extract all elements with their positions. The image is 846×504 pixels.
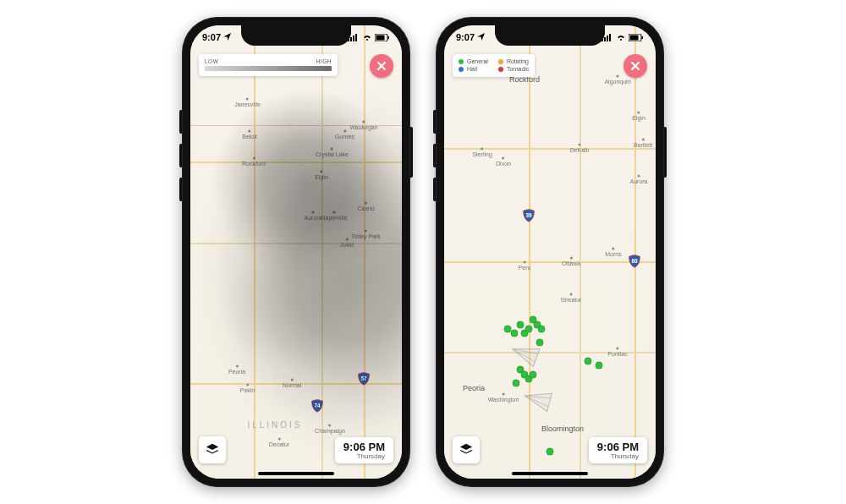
city-label: Rockford bbox=[242, 156, 266, 166]
storm-cell-marker[interactable] bbox=[538, 326, 546, 333]
city-label: Joliet bbox=[340, 238, 354, 248]
city-label: Aurora bbox=[629, 175, 647, 184]
wifi-icon bbox=[616, 34, 626, 41]
city-label: Peoria bbox=[228, 365, 245, 375]
legend-item: Tornadic bbox=[498, 66, 529, 72]
storm-track-cone bbox=[520, 385, 554, 414]
city-label: Streator bbox=[561, 293, 582, 302]
svg-rect-14 bbox=[630, 35, 639, 40]
svg-text:57: 57 bbox=[360, 375, 367, 381]
timestamp-card: 9:06 PM Thursday bbox=[335, 437, 393, 463]
status-time: 9:07 bbox=[202, 32, 221, 42]
city-label: DeKalb bbox=[570, 143, 590, 152]
city-label: Tinley Park bbox=[351, 229, 381, 238]
storm-cell-marker[interactable] bbox=[525, 326, 533, 333]
svg-rect-1 bbox=[350, 37, 352, 41]
storm-cell-marker[interactable] bbox=[510, 330, 518, 337]
svg-rect-5 bbox=[376, 35, 385, 40]
layers-button[interactable] bbox=[199, 436, 226, 463]
city-label: Bloomington bbox=[541, 425, 584, 433]
city-label: Pontiac bbox=[607, 347, 627, 356]
timestamp-card: 9:06 PM Thursday bbox=[589, 437, 647, 463]
legend-dot-icon bbox=[459, 67, 464, 72]
city-label: Gurnee bbox=[335, 129, 354, 139]
city-label: Janesville bbox=[234, 98, 261, 107]
location-arrow-icon bbox=[477, 32, 485, 42]
svg-rect-3 bbox=[355, 34, 357, 41]
city-label: Morris bbox=[605, 248, 621, 257]
storm-cell-marker[interactable] bbox=[585, 357, 592, 364]
city-label: Aurora bbox=[304, 211, 321, 221]
wifi-icon bbox=[362, 34, 372, 41]
map-background[interactable]: WaukeshaJanesvilleBeloitRockfordGurneeCr… bbox=[190, 25, 402, 479]
legend-item-label: Tornadic bbox=[507, 66, 529, 72]
home-indicator[interactable] bbox=[258, 472, 334, 475]
legend-dot-icon bbox=[498, 59, 503, 64]
layers-icon bbox=[459, 442, 474, 457]
city-label: Cicero bbox=[357, 202, 374, 211]
city-label: Ottawa bbox=[562, 256, 580, 266]
location-arrow-icon bbox=[223, 32, 231, 42]
close-button[interactable] bbox=[370, 54, 393, 78]
layers-button[interactable] bbox=[453, 436, 480, 463]
interstate-shield-icon: 39 bbox=[522, 209, 536, 222]
storm-type-legend: GeneralRotatingHailTornadic bbox=[453, 54, 535, 77]
battery-icon bbox=[629, 34, 644, 41]
close-icon bbox=[630, 61, 640, 71]
legend-item-label: General bbox=[467, 58, 488, 64]
storm-cell-marker[interactable] bbox=[547, 447, 554, 455]
city-label: Sterling bbox=[472, 148, 492, 157]
city-label: Pekin bbox=[240, 383, 255, 392]
state-label: ILLINOIS bbox=[247, 419, 302, 429]
svg-text:39: 39 bbox=[525, 213, 532, 219]
storm-cell-marker[interactable] bbox=[517, 320, 525, 328]
intensity-legend: LOW HIGH bbox=[199, 54, 338, 76]
city-label: Champaign bbox=[315, 425, 345, 434]
svg-rect-10 bbox=[604, 37, 606, 41]
layers-icon bbox=[205, 442, 220, 457]
city-label: Normal bbox=[283, 379, 302, 388]
screen-right: 9:07 RockfordAlgonquinElginBartlettDeKal… bbox=[444, 25, 656, 479]
svg-rect-15 bbox=[642, 36, 644, 39]
status-time: 9:07 bbox=[456, 32, 475, 42]
legend-item: General bbox=[459, 58, 488, 64]
screen-left: 9:07 WaukeshaJanesvilleBeloitRockfordGur… bbox=[190, 25, 402, 479]
city-label: Bartlett bbox=[634, 139, 652, 148]
timestamp-time: 9:06 PM bbox=[597, 441, 639, 453]
notch bbox=[495, 25, 605, 46]
city-label: Crystal Lake bbox=[316, 148, 349, 157]
legend-item: Hail bbox=[459, 66, 488, 72]
city-label: Naperville bbox=[321, 211, 347, 221]
legend-item: Rotating bbox=[498, 58, 529, 64]
city-label: Dixon bbox=[496, 156, 511, 166]
storm-cell-marker[interactable] bbox=[530, 370, 537, 378]
city-label: Peoria bbox=[463, 384, 485, 392]
city-label: Beloit bbox=[242, 129, 257, 139]
city-label: Waukegan bbox=[349, 120, 377, 129]
city-label: Decatur bbox=[269, 438, 290, 447]
close-icon bbox=[376, 61, 387, 71]
satellite-cloud-overlay bbox=[190, 25, 402, 479]
storm-cell-marker[interactable] bbox=[513, 380, 520, 387]
legend-item-label: Rotating bbox=[507, 58, 529, 64]
timestamp-day: Thursday bbox=[343, 452, 385, 460]
svg-text:74: 74 bbox=[314, 403, 321, 409]
legend-low-label: LOW bbox=[205, 58, 218, 64]
home-indicator[interactable] bbox=[512, 472, 588, 475]
legend-dot-icon bbox=[498, 67, 503, 72]
map-background[interactable]: RockfordAlgonquinElginBartlettDeKalbAuro… bbox=[444, 25, 656, 479]
interstate-shield-icon: 80 bbox=[628, 255, 641, 268]
battery-icon bbox=[375, 34, 390, 41]
svg-rect-11 bbox=[607, 36, 608, 41]
city-label: Washington bbox=[488, 392, 519, 402]
notch bbox=[241, 25, 351, 46]
close-button[interactable] bbox=[624, 54, 647, 78]
svg-text:80: 80 bbox=[631, 258, 638, 264]
interstate-shield-icon: 57 bbox=[357, 372, 371, 386]
city-label: Peru bbox=[519, 261, 531, 271]
city-label: Elgin bbox=[315, 170, 328, 179]
storm-cell-marker[interactable] bbox=[595, 362, 602, 370]
city-label: Elgin bbox=[632, 112, 645, 121]
intensity-gradient-bar bbox=[205, 66, 332, 71]
storm-cell-marker[interactable] bbox=[536, 339, 543, 347]
